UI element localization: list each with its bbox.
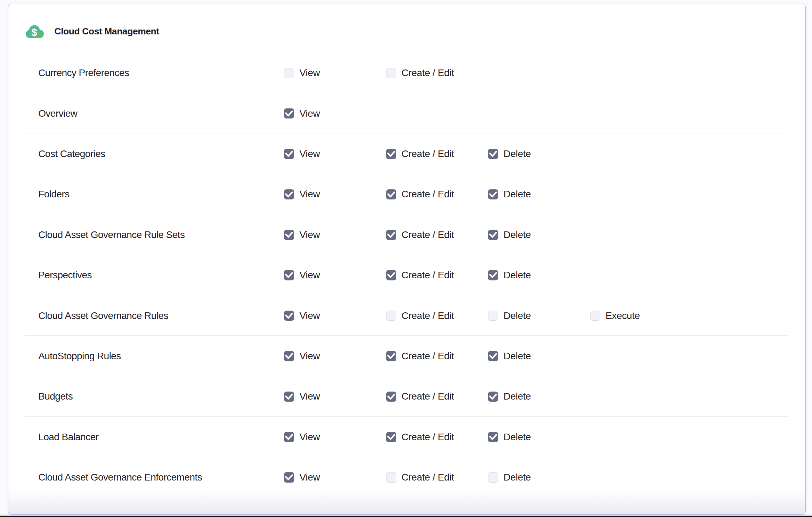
svg-text:$: $ — [31, 26, 37, 38]
